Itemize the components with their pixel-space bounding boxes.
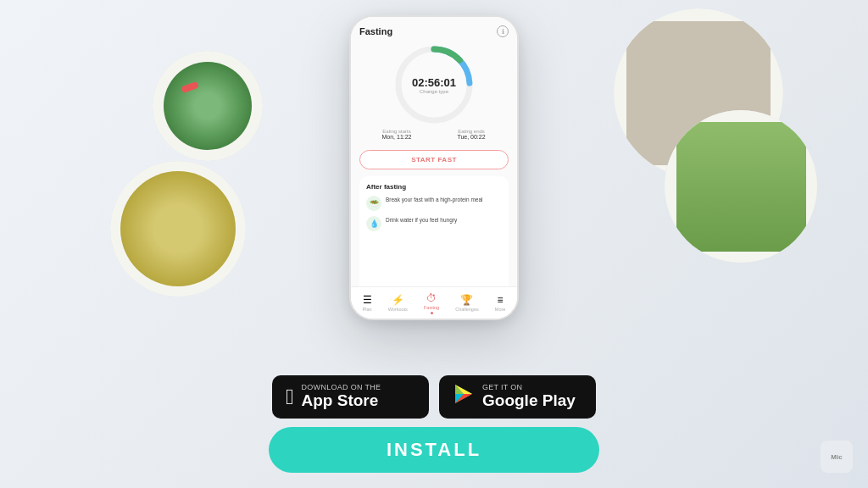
store-buttons-container:  Download on the App Store GET IT ON Go… [272, 375, 596, 419]
after-fasting-title: After fasting [366, 183, 502, 191]
tip-item-2: 💧 Drink water if you feel hungry [366, 216, 502, 231]
tip-text-1: Break your fast with a high-protein meal [386, 196, 483, 203]
timer-labels: Eating starts Mon, 11:22 Eating ends Tue… [359, 129, 509, 140]
phone-bottom-nav: ☰ Plan ⚡ Workouts ⏱ Fasting 🏆 Challenges [351, 286, 517, 319]
fasting-icon: ⏱ [426, 292, 437, 304]
corner-badge-text: Mic [831, 453, 842, 461]
timer-container: 02:56:01 Change type Eating starts Mon, … [359, 42, 509, 143]
eating-starts-value: Mon, 11:22 [359, 134, 434, 140]
food-plate-asparagus [665, 110, 817, 263]
start-fast-button[interactable]: START FAST [359, 150, 509, 169]
phone-app-title: Fasting [359, 26, 392, 36]
info-icon: ℹ [497, 25, 509, 37]
timer-change-type: Change type [412, 89, 456, 94]
nav-challenges[interactable]: 🏆 Challenges [455, 294, 479, 312]
app-store-sub: Download on the [302, 384, 381, 391]
nav-fasting[interactable]: ⏱ Fasting [424, 292, 439, 314]
google-play-button[interactable]: GET IT ON Google Play [439, 375, 596, 419]
food-plate-pasta [110, 161, 246, 297]
timer-value: 02:56:01 [412, 76, 456, 89]
timer-circle: 02:56:01 Change type [392, 42, 476, 127]
google-play-sub: GET IT ON [482, 384, 576, 391]
phone-header: Fasting ℹ [359, 25, 509, 37]
eating-ends-value: Tue, 00:22 [434, 134, 509, 140]
nav-active-indicator [431, 312, 433, 314]
food-plate-salad [153, 51, 263, 161]
google-play-icon [453, 383, 475, 411]
plan-icon: ☰ [363, 294, 372, 306]
nav-workouts[interactable]: ⚡ Workouts [388, 294, 408, 312]
nav-challenges-label: Challenges [455, 307, 479, 312]
phone-screen: Fasting ℹ 02:56:01 Change type [351, 17, 517, 319]
nav-plan-label: Plan [363, 307, 372, 312]
install-button[interactable]: INSTALL [269, 427, 599, 473]
tip-item-1: 🥗 Break your fast with a high-protein me… [366, 196, 502, 211]
app-store-main: App Store [302, 391, 381, 411]
nav-plan[interactable]: ☰ Plan [363, 294, 372, 312]
tip-icon-2: 💧 [366, 216, 381, 231]
google-play-text: GET IT ON Google Play [482, 384, 576, 411]
tip-icon-1: 🥗 [366, 196, 381, 211]
challenges-icon: 🏆 [460, 294, 473, 306]
app-store-text: Download on the App Store [302, 384, 381, 411]
app-store-button[interactable]:  Download on the App Store [272, 375, 429, 419]
install-button-label: INSTALL [387, 439, 481, 460]
phone-mockup: Fasting ℹ 02:56:01 Change type [349, 15, 519, 320]
tip-text-2: Drink water if you feel hungry [386, 216, 457, 224]
nav-more[interactable]: ≡ More [495, 294, 506, 312]
apple-icon:  [286, 384, 294, 410]
nav-workouts-label: Workouts [388, 307, 408, 312]
nav-more-label: More [495, 307, 506, 312]
corner-badge: Mic [821, 441, 853, 473]
workouts-icon: ⚡ [392, 294, 404, 306]
nav-fasting-label: Fasting [424, 305, 439, 310]
eating-starts: Eating starts Mon, 11:22 [359, 129, 434, 140]
timer-display: 02:56:01 Change type [412, 76, 456, 94]
more-icon: ≡ [498, 294, 504, 306]
phone-screen-container: Fasting ℹ 02:56:01 Change type [349, 15, 519, 320]
google-play-main: Google Play [482, 391, 576, 411]
eating-ends: Eating ends Tue, 00:22 [434, 129, 509, 140]
